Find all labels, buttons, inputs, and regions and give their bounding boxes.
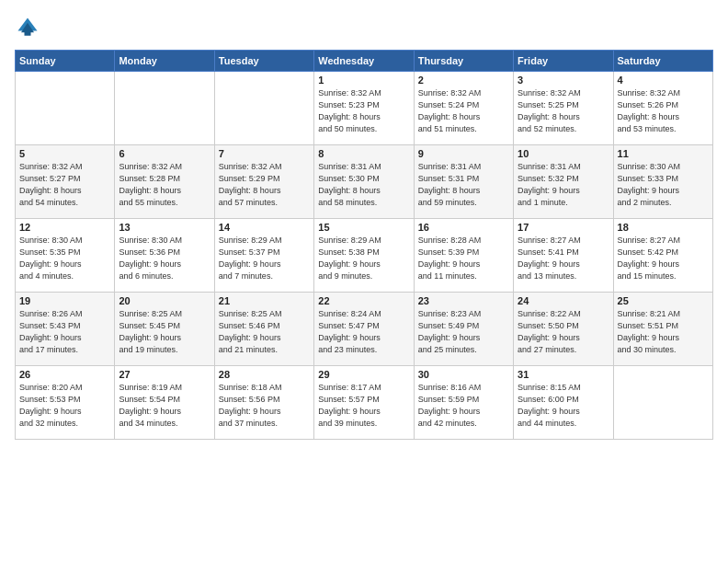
- day-info: Sunrise: 8:27 AM Sunset: 5:41 PM Dayligh…: [518, 235, 609, 282]
- calendar-cell: 12Sunrise: 8:30 AM Sunset: 5:35 PM Dayli…: [16, 219, 115, 293]
- calendar-cell: [16, 72, 115, 145]
- day-number: 29: [318, 369, 409, 380]
- day-number: 23: [418, 295, 509, 306]
- day-info: Sunrise: 8:27 AM Sunset: 5:42 PM Dayligh…: [618, 235, 709, 282]
- day-info: Sunrise: 8:26 AM Sunset: 5:43 PM Dayligh…: [19, 308, 110, 356]
- day-number: 3: [518, 75, 609, 86]
- weekday-header-saturday: Saturday: [613, 51, 712, 72]
- day-info: Sunrise: 8:30 AM Sunset: 5:36 PM Dayligh…: [119, 235, 210, 282]
- calendar-cell: 11Sunrise: 8:30 AM Sunset: 5:33 PM Dayli…: [613, 145, 712, 219]
- calendar-cell: 22Sunrise: 8:24 AM Sunset: 5:47 PM Dayli…: [314, 293, 414, 366]
- day-number: 21: [219, 295, 310, 306]
- day-number: 1: [318, 75, 409, 86]
- day-number: 19: [19, 295, 110, 306]
- day-info: Sunrise: 8:30 AM Sunset: 5:35 PM Dayligh…: [19, 235, 110, 282]
- calendar-cell: 16Sunrise: 8:28 AM Sunset: 5:39 PM Dayli…: [414, 219, 513, 293]
- day-number: 5: [19, 148, 110, 159]
- day-number: 6: [119, 148, 210, 159]
- calendar-cell: 27Sunrise: 8:19 AM Sunset: 5:54 PM Dayli…: [115, 366, 214, 440]
- day-info: Sunrise: 8:22 AM Sunset: 5:50 PM Dayligh…: [518, 308, 609, 356]
- day-info: Sunrise: 8:17 AM Sunset: 5:57 PM Dayligh…: [318, 382, 409, 430]
- calendar-cell: [613, 366, 712, 440]
- calendar-week-row: 5Sunrise: 8:32 AM Sunset: 5:27 PM Daylig…: [16, 145, 713, 219]
- day-number: 31: [518, 369, 609, 380]
- day-number: 7: [219, 148, 310, 159]
- day-info: Sunrise: 8:32 AM Sunset: 5:24 PM Dayligh…: [418, 87, 509, 135]
- day-number: 10: [518, 148, 609, 159]
- calendar-cell: 3Sunrise: 8:32 AM Sunset: 5:25 PM Daylig…: [514, 72, 613, 145]
- day-info: Sunrise: 8:16 AM Sunset: 5:59 PM Dayligh…: [418, 382, 509, 430]
- calendar-week-row: 12Sunrise: 8:30 AM Sunset: 5:35 PM Dayli…: [16, 219, 713, 293]
- calendar-cell: 26Sunrise: 8:20 AM Sunset: 5:53 PM Dayli…: [16, 366, 115, 440]
- day-number: 16: [418, 222, 509, 233]
- day-info: Sunrise: 8:29 AM Sunset: 5:38 PM Dayligh…: [318, 235, 409, 282]
- calendar-cell: 25Sunrise: 8:21 AM Sunset: 5:51 PM Dayli…: [613, 293, 712, 366]
- calendar-cell: 31Sunrise: 8:15 AM Sunset: 6:00 PM Dayli…: [514, 366, 613, 440]
- calendar-cell: 21Sunrise: 8:25 AM Sunset: 5:46 PM Dayli…: [214, 293, 313, 366]
- calendar-cell: 24Sunrise: 8:22 AM Sunset: 5:50 PM Dayli…: [514, 293, 613, 366]
- calendar-cell: 5Sunrise: 8:32 AM Sunset: 5:27 PM Daylig…: [16, 145, 115, 219]
- calendar-cell: 17Sunrise: 8:27 AM Sunset: 5:41 PM Dayli…: [514, 219, 613, 293]
- day-number: 14: [219, 222, 310, 233]
- calendar-cell: 29Sunrise: 8:17 AM Sunset: 5:57 PM Dayli…: [314, 366, 414, 440]
- day-info: Sunrise: 8:25 AM Sunset: 5:45 PM Dayligh…: [119, 308, 210, 356]
- weekday-header-wednesday: Wednesday: [314, 51, 414, 72]
- day-number: 13: [119, 222, 210, 233]
- logo-icon: [15, 15, 40, 40]
- day-number: 25: [618, 295, 709, 306]
- weekday-header-tuesday: Tuesday: [214, 51, 313, 72]
- day-info: Sunrise: 8:31 AM Sunset: 5:31 PM Dayligh…: [418, 161, 509, 209]
- day-number: 20: [119, 295, 210, 306]
- weekday-header-monday: Monday: [115, 51, 214, 72]
- calendar-week-row: 26Sunrise: 8:20 AM Sunset: 5:53 PM Dayli…: [16, 366, 713, 440]
- calendar-week-row: 1Sunrise: 8:32 AM Sunset: 5:23 PM Daylig…: [16, 72, 713, 145]
- calendar-cell: 23Sunrise: 8:23 AM Sunset: 5:49 PM Dayli…: [414, 293, 513, 366]
- logo: [15, 15, 44, 40]
- day-number: 18: [618, 222, 709, 233]
- day-info: Sunrise: 8:23 AM Sunset: 5:49 PM Dayligh…: [418, 308, 509, 356]
- day-info: Sunrise: 8:24 AM Sunset: 5:47 PM Dayligh…: [318, 308, 409, 356]
- day-info: Sunrise: 8:19 AM Sunset: 5:54 PM Dayligh…: [119, 382, 210, 430]
- day-info: Sunrise: 8:31 AM Sunset: 5:30 PM Dayligh…: [318, 161, 409, 209]
- day-number: 30: [418, 369, 509, 380]
- day-number: 15: [318, 222, 409, 233]
- day-info: Sunrise: 8:15 AM Sunset: 6:00 PM Dayligh…: [518, 382, 609, 430]
- day-info: Sunrise: 8:32 AM Sunset: 5:28 PM Dayligh…: [119, 161, 210, 209]
- calendar-header-row: SundayMondayTuesdayWednesdayThursdayFrid…: [16, 51, 713, 72]
- weekday-header-sunday: Sunday: [16, 51, 115, 72]
- day-info: Sunrise: 8:29 AM Sunset: 5:37 PM Dayligh…: [219, 235, 310, 282]
- day-info: Sunrise: 8:30 AM Sunset: 5:33 PM Dayligh…: [618, 161, 709, 209]
- day-info: Sunrise: 8:32 AM Sunset: 5:29 PM Dayligh…: [219, 161, 310, 209]
- calendar-cell: 13Sunrise: 8:30 AM Sunset: 5:36 PM Dayli…: [115, 219, 214, 293]
- day-info: Sunrise: 8:31 AM Sunset: 5:32 PM Dayligh…: [518, 161, 609, 209]
- day-number: 22: [318, 295, 409, 306]
- weekday-header-thursday: Thursday: [414, 51, 513, 72]
- day-info: Sunrise: 8:28 AM Sunset: 5:39 PM Dayligh…: [418, 235, 509, 282]
- calendar-table: SundayMondayTuesdayWednesdayThursdayFrid…: [15, 50, 713, 440]
- calendar-cell: [214, 72, 313, 145]
- day-number: 28: [219, 369, 310, 380]
- day-info: Sunrise: 8:32 AM Sunset: 5:25 PM Dayligh…: [518, 87, 609, 135]
- day-info: Sunrise: 8:32 AM Sunset: 5:27 PM Dayligh…: [19, 161, 110, 209]
- day-number: 12: [19, 222, 110, 233]
- calendar-cell: 30Sunrise: 8:16 AM Sunset: 5:59 PM Dayli…: [414, 366, 513, 440]
- day-number: 2: [418, 75, 509, 86]
- calendar-cell: 15Sunrise: 8:29 AM Sunset: 5:38 PM Dayli…: [314, 219, 414, 293]
- day-info: Sunrise: 8:18 AM Sunset: 5:56 PM Dayligh…: [219, 382, 310, 430]
- day-number: 24: [518, 295, 609, 306]
- svg-rect-2: [25, 31, 31, 36]
- calendar-cell: 18Sunrise: 8:27 AM Sunset: 5:42 PM Dayli…: [613, 219, 712, 293]
- day-info: Sunrise: 8:21 AM Sunset: 5:51 PM Dayligh…: [618, 308, 709, 356]
- day-info: Sunrise: 8:32 AM Sunset: 5:23 PM Dayligh…: [318, 87, 409, 135]
- calendar-cell: 9Sunrise: 8:31 AM Sunset: 5:31 PM Daylig…: [414, 145, 513, 219]
- calendar-cell: 8Sunrise: 8:31 AM Sunset: 5:30 PM Daylig…: [314, 145, 414, 219]
- day-info: Sunrise: 8:25 AM Sunset: 5:46 PM Dayligh…: [219, 308, 310, 356]
- day-info: Sunrise: 8:20 AM Sunset: 5:53 PM Dayligh…: [19, 382, 110, 430]
- calendar-cell: 1Sunrise: 8:32 AM Sunset: 5:23 PM Daylig…: [314, 72, 414, 145]
- page: SundayMondayTuesdayWednesdayThursdayFrid…: [0, 0, 728, 563]
- calendar-cell: 14Sunrise: 8:29 AM Sunset: 5:37 PM Dayli…: [214, 219, 313, 293]
- day-number: 17: [518, 222, 609, 233]
- calendar-cell: 6Sunrise: 8:32 AM Sunset: 5:28 PM Daylig…: [115, 145, 214, 219]
- calendar-cell: 7Sunrise: 8:32 AM Sunset: 5:29 PM Daylig…: [214, 145, 313, 219]
- day-info: Sunrise: 8:32 AM Sunset: 5:26 PM Dayligh…: [618, 87, 709, 135]
